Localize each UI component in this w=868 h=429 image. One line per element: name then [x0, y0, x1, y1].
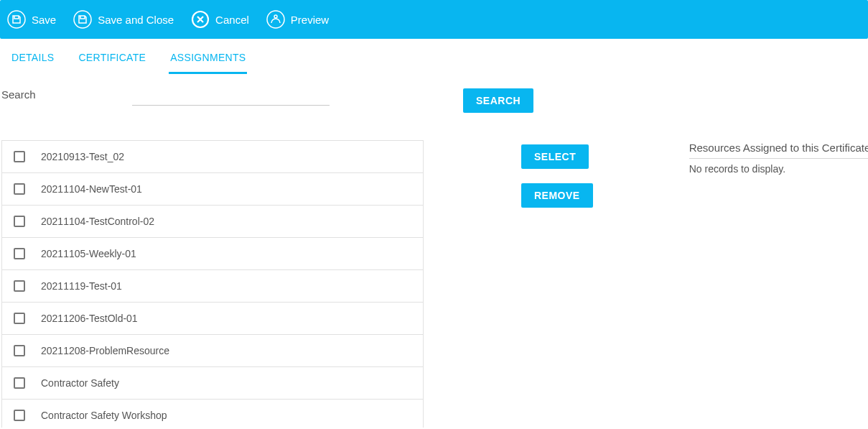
tab-details[interactable]: DETAILS: [10, 52, 55, 74]
list-item-label: Contractor Safety Workshop: [41, 410, 167, 421]
preview-icon: [266, 10, 285, 29]
checkbox[interactable]: [14, 216, 25, 227]
list-item[interactable]: 20210913-Test_02: [2, 141, 423, 173]
remove-button[interactable]: REMOVE: [521, 183, 593, 208]
search-label: Search: [1, 87, 45, 101]
list-item-label: 20211104-TestControl-02: [41, 216, 154, 227]
assigned-title: Resources Assigned to this Certificate: [689, 142, 868, 159]
svg-point-4: [274, 15, 277, 18]
list-item-label: 20210913-Test_02: [41, 151, 124, 162]
tab-assignments[interactable]: ASSIGNMENTS: [169, 52, 247, 74]
checkbox[interactable]: [14, 410, 25, 421]
checkbox[interactable]: [14, 280, 25, 292]
svg-point-1: [74, 11, 91, 28]
list-item[interactable]: 20211104-TestControl-02: [2, 206, 423, 238]
transfer-buttons: SELECT REMOVE: [424, 140, 593, 428]
save-icon: [73, 10, 92, 29]
list-item[interactable]: 20211206-TestOld-01: [2, 303, 423, 335]
list-item-label: 20211104-NewTest-01: [41, 183, 142, 195]
search-input[interactable]: [132, 87, 330, 106]
resource-list[interactable]: 20210913-Test_0220211104-NewTest-0120211…: [2, 141, 423, 428]
svg-point-3: [267, 11, 284, 28]
checkbox[interactable]: [14, 345, 25, 356]
save-and-close-label: Save and Close: [98, 14, 174, 26]
list-item[interactable]: Contractor Safety: [2, 367, 423, 400]
tab-certificate[interactable]: CERTIFICATE: [77, 52, 147, 74]
list-item-label: 20211206-TestOld-01: [41, 313, 138, 324]
select-button[interactable]: SELECT: [521, 144, 589, 169]
assigned-empty-text: No records to display.: [689, 159, 808, 175]
save-label: Save: [32, 14, 56, 26]
search-row: Search SEARCH: [0, 74, 868, 113]
list-item-label: 20211208-ProblemResource: [41, 345, 169, 356]
checkbox[interactable]: [14, 183, 25, 195]
save-and-close-button[interactable]: Save and Close: [73, 10, 174, 29]
checkbox[interactable]: [14, 248, 25, 259]
save-button[interactable]: Save: [7, 10, 56, 29]
checkbox[interactable]: [14, 377, 25, 389]
tab-bar: DETAILS CERTIFICATE ASSIGNMENTS: [0, 39, 868, 74]
list-item-label: Contractor Safety: [41, 377, 119, 389]
svg-point-0: [8, 11, 25, 28]
list-item[interactable]: Contractor Safety Workshop: [2, 400, 423, 428]
list-item-label: 20211119-Test-01: [41, 280, 122, 292]
assigned-panel: Resources Assigned to this Certificate N…: [593, 140, 808, 428]
top-toolbar: Save Save and Close Cancel Previ: [0, 0, 868, 39]
main-area: 20210913-Test_0220211104-NewTest-0120211…: [0, 140, 868, 428]
preview-button[interactable]: Preview: [266, 10, 329, 29]
list-item-label: 20211105-Weekly-01: [41, 248, 136, 259]
save-icon: [7, 10, 26, 29]
checkbox[interactable]: [14, 313, 25, 324]
list-item[interactable]: 20211119-Test-01: [2, 270, 423, 303]
list-item[interactable]: 20211208-ProblemResource: [2, 335, 423, 367]
checkbox[interactable]: [14, 151, 25, 162]
preview-label: Preview: [291, 14, 329, 26]
resource-panel: 20210913-Test_0220211104-NewTest-0120211…: [1, 140, 424, 428]
cancel-icon: [191, 10, 210, 29]
list-item[interactable]: 20211105-Weekly-01: [2, 238, 423, 270]
cancel-button[interactable]: Cancel: [191, 10, 249, 29]
search-button[interactable]: SEARCH: [463, 88, 533, 113]
list-item[interactable]: 20211104-NewTest-01: [2, 173, 423, 206]
cancel-label: Cancel: [215, 14, 249, 26]
